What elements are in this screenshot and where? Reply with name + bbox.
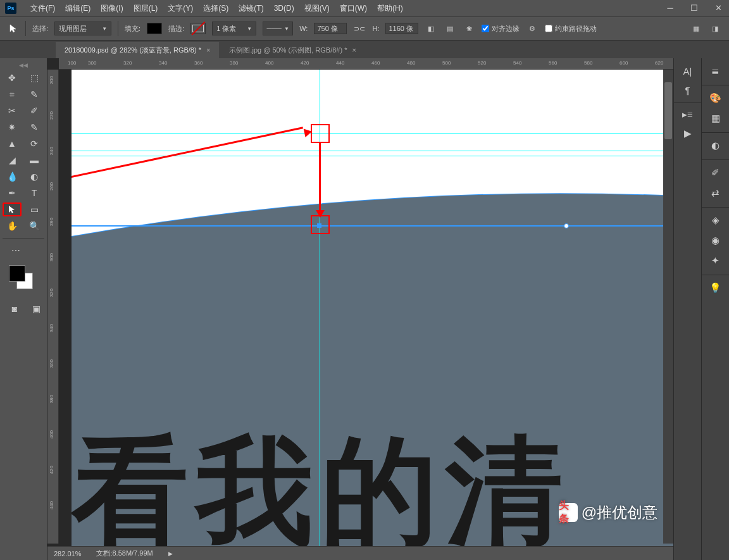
tab-inactive[interactable]: 示例图.jpg @ 50% (示例图, RGB/8#) *× (220, 42, 364, 58)
arrow-head-down-icon (316, 210, 325, 218)
app-logo: Ps (5, 3, 16, 14)
marquee-tool[interactable]: ⬚ (25, 71, 44, 85)
status-bar: 282.01% 文档:8.58M/7.99M▶ (47, 546, 673, 560)
horizontal-guide-2[interactable] (72, 151, 673, 151)
play-icon[interactable]: ▶ (678, 125, 698, 142)
select-layer-dropdown[interactable]: 现用图层▼ (54, 22, 111, 35)
annotation-box-bottom (311, 215, 330, 234)
path-align-icon[interactable]: ▤ (444, 22, 456, 35)
menu-filter[interactable]: 滤镜(T) (234, 3, 268, 14)
brush-tool[interactable]: ✎ (25, 120, 44, 134)
annotation-arrow-vertical (319, 142, 321, 215)
zoom-level[interactable]: 282.01% (54, 550, 81, 557)
menu-help[interactable]: 帮助(H) (372, 3, 408, 14)
channels-panel-icon[interactable]: ◉ (706, 232, 726, 249)
history-brush-tool[interactable]: ⟳ (25, 137, 44, 151)
vertical-ruler[interactable]: 200 220 240 260 280 300 320 340 360 380 … (47, 70, 59, 544)
watermark: 头条 @推优创意 (559, 502, 657, 523)
brush-panel-icon[interactable]: ✐ (706, 164, 726, 182)
doc-size[interactable]: 文档:8.58M/7.99M (96, 549, 153, 558)
eraser-tool[interactable]: ◢ (3, 153, 22, 167)
direct-selection-tool[interactable] (3, 202, 22, 216)
link-wh-icon[interactable]: ⊃⊂ (353, 22, 366, 35)
stroke-swatch[interactable] (190, 23, 206, 34)
path-line[interactable] (72, 225, 673, 227)
canvas-viewport[interactable]: 看我的清 头条 @推优创意 (59, 70, 673, 546)
stroke-width-dropdown[interactable]: 1 像素▼ (212, 22, 256, 35)
direct-selection-icon[interactable] (8, 23, 19, 34)
close-button[interactable]: ✕ (711, 3, 725, 13)
align-edges-check[interactable]: 对齐边缘 (482, 24, 520, 34)
toolbox: ◀◀ ✥ ⬚ ⌗ ✎ ✂ ✐ ✷ ✎ ▲ ⟳ ◢ ▬ 💧 ◐ ✒ T ▭ ✋ 🔍… (0, 58, 47, 560)
close-tab-icon[interactable]: × (352, 46, 356, 54)
maximize-button[interactable]: ☐ (687, 3, 701, 13)
crop-tool[interactable]: ✂ (3, 104, 22, 118)
menu-window[interactable]: 窗口(W) (335, 3, 372, 14)
adjustments-panel-icon[interactable]: ◐ (706, 137, 726, 154)
path-arrange-icon[interactable]: ❀ (463, 22, 475, 35)
grid-icon[interactable]: ▦ (690, 22, 702, 35)
foreground-color[interactable] (9, 265, 25, 282)
rectangle-tool[interactable]: ▭ (25, 202, 44, 216)
layers-panel-icon[interactable]: ◈ (706, 211, 726, 229)
info-panel-icon[interactable]: 💡 (706, 279, 726, 297)
horizontal-guide[interactable] (72, 133, 673, 134)
zoom-tool[interactable]: 🔍 (25, 219, 44, 233)
constrain-path-check[interactable]: 约束路径拖动 (545, 24, 597, 34)
close-tab-icon[interactable]: × (206, 46, 210, 54)
height-label: H: (372, 25, 379, 32)
history-panel-icon[interactable]: ≣ (706, 62, 726, 80)
edit-toolbar[interactable]: ⋯ (6, 244, 25, 258)
brush-text: 看我的清 (72, 433, 673, 546)
swatches-panel-icon[interactable]: ▦ (706, 109, 726, 127)
type-tool[interactable]: T (25, 186, 44, 200)
menu-image[interactable]: 图像(I) (96, 3, 128, 14)
arrow-head-icon (304, 127, 313, 137)
blur-tool[interactable]: 💧 (3, 170, 22, 184)
menu-3d[interactable]: 3D(D) (269, 4, 299, 13)
color-chips[interactable] (9, 265, 34, 290)
paragraph-panel-icon[interactable]: ¶ (678, 81, 698, 99)
menu-type[interactable]: 文字(Y) (163, 3, 198, 14)
minimize-button[interactable]: ─ (663, 3, 677, 13)
fill-swatch[interactable] (147, 23, 162, 34)
path-ops-icon[interactable]: ◧ (425, 22, 437, 35)
menu-file[interactable]: 文件(F) (25, 3, 60, 14)
quickmask-tool[interactable]: ◙ (6, 302, 23, 316)
actions-panel-icon[interactable]: ▸≡ (678, 106, 698, 123)
gradient-tool[interactable]: ▬ (25, 153, 44, 167)
height-input[interactable] (385, 23, 418, 34)
menu-select[interactable]: 选择(S) (198, 3, 234, 14)
anchor-point[interactable] (564, 223, 569, 228)
panel-icon[interactable]: ◨ (709, 22, 721, 35)
hand-tool[interactable]: ✋ (3, 219, 22, 233)
character-panel-icon[interactable]: A| (678, 62, 698, 80)
stroke-style-dropdown[interactable]: ───▼ (263, 22, 293, 35)
width-input[interactable] (314, 23, 347, 34)
workspace: ◀◀ ✥ ⬚ ⌗ ✎ ✂ ✐ ✷ ✎ ▲ ⟳ ◢ ▬ 💧 ◐ ✒ T ▭ ✋ 🔍… (0, 58, 729, 560)
gear-icon[interactable]: ⚙ (526, 22, 539, 35)
color-panel-icon[interactable]: 🎨 (706, 89, 726, 107)
horizontal-ruler[interactable]: 100 300 320 340 360 380 400 420 440 460 … (59, 58, 673, 70)
document-canvas[interactable]: 看我的清 头条 @推优创意 (72, 70, 673, 546)
dodge-tool[interactable]: ◐ (25, 170, 44, 184)
lasso-tool[interactable]: ⌗ (3, 87, 22, 101)
menu-view[interactable]: 视图(V) (299, 3, 335, 14)
tab-active[interactable]: 20180009.psd @ 282% (淡蓝背景, RGB/8) *× (56, 42, 219, 58)
vertical-scrollbar[interactable] (663, 70, 673, 544)
screenmode-tool[interactable]: ▣ (28, 302, 44, 316)
scrollbar-thumb[interactable] (664, 82, 672, 139)
collapse-icon[interactable]: ◀◀ (3, 62, 44, 68)
eyedropper-tool[interactable]: ✐ (25, 104, 44, 118)
brush-settings-icon[interactable]: ⇄ (706, 184, 726, 202)
quick-select-tool[interactable]: ✎ (25, 87, 44, 101)
stamp-tool[interactable]: ▲ (3, 137, 22, 151)
menu-layer[interactable]: 图层(L) (128, 3, 163, 14)
healing-tool[interactable]: ✷ (3, 120, 22, 134)
stroke-label: 描边: (168, 24, 184, 34)
separator (118, 21, 118, 36)
move-tool[interactable]: ✥ (3, 71, 22, 85)
pen-tool[interactable]: ✒ (3, 186, 22, 200)
paths-panel-icon[interactable]: ✦ (706, 252, 726, 270)
menu-edit[interactable]: 编辑(E) (60, 3, 96, 14)
